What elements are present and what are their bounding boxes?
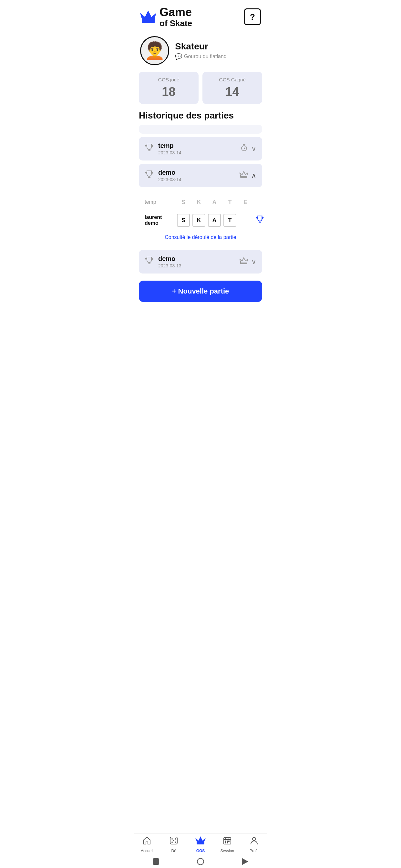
bottom-nav-wrapper: Accueil Dé GOS [134, 833, 267, 868]
stat-played-label: GOS joué [143, 77, 195, 82]
history-title: Historique des parties [134, 111, 267, 125]
game-name: temp [158, 142, 181, 150]
player-name: temp [145, 199, 177, 205]
help-button[interactable]: ? [244, 8, 261, 25]
timer-icon [240, 144, 248, 154]
svg-point-31 [252, 837, 256, 841]
system-home-button[interactable] [196, 857, 205, 866]
nav-item-profil[interactable]: Profil [244, 836, 264, 853]
game-row-right: ∧ [240, 171, 256, 180]
logo: Game of Skate [140, 6, 192, 28]
skate-letters: S K A T [177, 214, 252, 227]
nav-item-gos[interactable]: GOS [191, 836, 210, 853]
profile-name: Skateur [175, 41, 227, 52]
avatar: 🧑‍🦱 [140, 36, 169, 65]
gos-crown-icon [195, 836, 206, 847]
new-game-button[interactable]: + Nouvelle partie [139, 281, 262, 302]
chevron-up-icon[interactable]: ∧ [251, 172, 256, 180]
game-row[interactable]: temp 2023-03-14 ∨ [139, 137, 262, 160]
svg-rect-28 [228, 841, 229, 842]
stats-row: GOS joué 18 GOS Gagné 14 [134, 72, 267, 111]
svg-rect-26 [225, 841, 226, 842]
letter-e [239, 214, 252, 227]
svg-rect-18 [197, 843, 204, 844]
game-row-left: temp 2023-03-14 [145, 142, 236, 155]
player-name: laurent demo [145, 214, 177, 226]
app-header: Game of Skate ? [134, 0, 267, 31]
square-icon [153, 858, 159, 865]
game-row-right: ∨ [240, 257, 256, 267]
nav-item-accueil[interactable]: Accueil [137, 836, 157, 853]
nav-label-profil: Profil [250, 848, 258, 853]
nav-label-de: Dé [172, 848, 176, 853]
game-name: demo [158, 255, 181, 262]
game-row[interactable]: demo 2023-03-14 ∧ [139, 164, 262, 187]
skate-row-temp: temp S K A T E [145, 196, 256, 209]
svg-point-17 [173, 840, 174, 841]
nav-label-session: Session [220, 848, 234, 853]
crown-icon [140, 10, 156, 24]
system-nav-bar [134, 855, 267, 868]
profile-tag: 💬 Gourou du flatland [175, 53, 227, 60]
nav-label-gos: GOS [196, 848, 205, 853]
svg-rect-27 [227, 841, 228, 842]
svg-point-13 [172, 838, 173, 840]
letter-t: T [223, 214, 236, 227]
letter-s: S [177, 214, 190, 227]
game-date: 2023-03-14 [158, 177, 181, 182]
stat-won-value: 14 [206, 85, 258, 99]
bottom-nav: Accueil Dé GOS [134, 833, 267, 855]
profile-section: 🧑‍🦱 Skateur 💬 Gourou du flatland [134, 31, 267, 72]
logo-game: Game [159, 6, 192, 19]
skate-letters: S K A T E [177, 196, 252, 209]
skate-row-laurent: laurent demo S K A T [145, 214, 256, 227]
logo-text: Game of Skate [159, 6, 192, 28]
game-date: 2023-03-13 [158, 263, 181, 268]
logo-ofskate: of Skate [159, 19, 192, 28]
game-row[interactable]: demo 2023-03-13 ∨ [139, 250, 262, 274]
letter-k: K [192, 214, 205, 227]
circle-icon [197, 858, 204, 865]
stat-played-value: 18 [143, 85, 195, 99]
session-icon [223, 836, 232, 847]
profile-info: Skateur 💬 Gourou du flatland [175, 41, 227, 60]
game-info: demo 2023-03-13 [158, 255, 181, 268]
chevron-down-icon[interactable]: ∨ [251, 258, 256, 266]
game-info: temp 2023-03-14 [158, 142, 181, 155]
trophy-icon [145, 256, 154, 268]
letter-k: K [192, 196, 205, 209]
trophy-icon [145, 170, 154, 181]
winner-trophy-icon [256, 215, 264, 225]
game-row-right: ∨ [240, 144, 256, 154]
profile-tag-text: Gourou du flatland [184, 54, 227, 59]
nav-item-session[interactable]: Session [218, 836, 237, 853]
crown-icon [240, 257, 248, 267]
dice-icon [169, 836, 178, 847]
consult-link[interactable]: Consulté le déroulé de la partie [145, 232, 256, 242]
letter-t: T [223, 196, 236, 209]
game-list: temp 2023-03-14 ∨ [134, 137, 267, 277]
system-back-button[interactable] [241, 857, 250, 866]
chevron-down-icon[interactable]: ∨ [251, 145, 256, 153]
letter-s: S [177, 196, 190, 209]
expanded-game-detail: temp S K A T E laurent demo S K A T [139, 190, 262, 247]
system-square-button[interactable] [151, 857, 160, 866]
game-row-left: demo 2023-03-13 [145, 255, 235, 268]
svg-point-15 [172, 841, 173, 843]
game-date: 2023-03-14 [158, 150, 181, 155]
svg-rect-30 [227, 842, 228, 843]
person-icon [250, 836, 258, 847]
home-icon [143, 836, 151, 847]
stat-won: GOS Gagné 14 [203, 72, 262, 104]
nav-label-accueil: Accueil [141, 848, 153, 853]
game-info: demo 2023-03-14 [158, 169, 181, 182]
letter-a: A [208, 196, 221, 209]
svg-point-14 [175, 838, 176, 840]
partial-game-row [139, 125, 262, 134]
nav-item-de[interactable]: Dé [164, 836, 183, 853]
game-row-left: demo 2023-03-14 [145, 169, 235, 182]
trophy-icon [145, 143, 154, 154]
letter-a: A [208, 214, 221, 227]
svg-rect-0 [142, 21, 155, 23]
back-icon [242, 858, 248, 865]
